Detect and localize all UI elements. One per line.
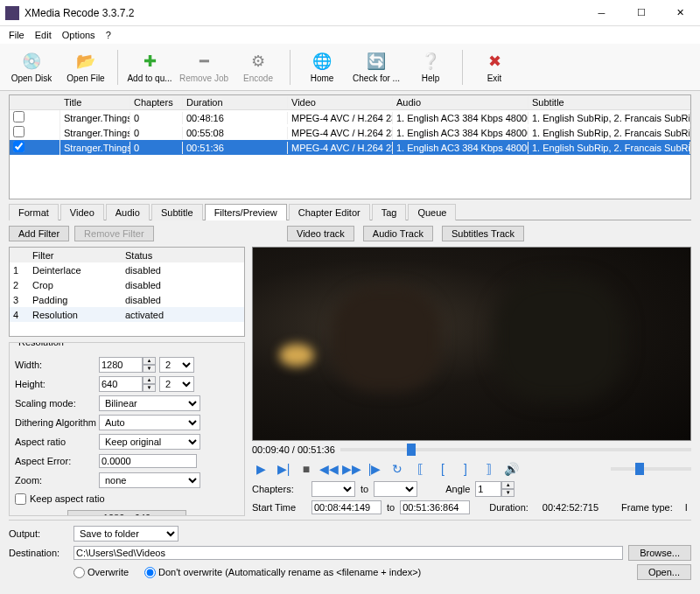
app-icon <box>5 6 19 20</box>
exit-icon: ✖ <box>484 51 505 72</box>
step-forward-button[interactable]: |▶ <box>366 460 383 478</box>
end-time-input[interactable] <box>400 500 470 514</box>
tab-chapter-editor[interactable]: Chapter Editor <box>289 204 370 220</box>
job-row[interactable]: Stranger.Things...000:48:16MPEG-4 AVC / … <box>10 110 690 125</box>
angle-input[interactable]: ▲▼ <box>475 481 514 497</box>
col-duration[interactable]: Duration <box>183 96 288 108</box>
browse-button[interactable]: Browse... <box>628 545 691 561</box>
globe-icon: 🌐 <box>312 51 332 72</box>
filter-table[interactable]: Filter Status 1Deinterlacedisabled2Cropd… <box>9 247 245 337</box>
window-titlebar: XMedia Recode 3.3.7.2 ─ ☐ ✕ <box>0 0 700 26</box>
help-button[interactable]: ❔Help <box>404 45 457 89</box>
job-row[interactable]: Stranger.Things...000:51:36MPEG-4 AVC / … <box>10 140 690 155</box>
encode-icon: ⚙ <box>248 51 269 72</box>
encode-button: ⚙Encode <box>232 45 284 89</box>
dimension-display: 1280 x 640 <box>67 510 186 517</box>
volume-button[interactable]: 🔊 <box>502 460 520 478</box>
job-grid[interactable]: Title Chapters Duration Video Audio Subt… <box>9 94 691 199</box>
tab-audio[interactable]: Audio <box>106 204 150 220</box>
video-track-button[interactable]: Video track <box>287 226 354 241</box>
mark-in2-button[interactable]: [ <box>434 460 452 478</box>
rewind-button[interactable]: ◀◀ <box>320 460 338 478</box>
tab-strip: FormatVideoAudioSubtitleFilters/PreviewC… <box>9 203 691 220</box>
tab-format[interactable]: Format <box>9 204 59 220</box>
remove-filter-button: Remove Filter <box>74 226 153 241</box>
height-step-select[interactable]: 2 <box>159 376 194 392</box>
menu-file[interactable]: File <box>4 28 30 42</box>
dont-overwrite-radio[interactable]: Don't overwrite (Automatically rename as… <box>144 567 421 578</box>
minimize-button[interactable]: ─ <box>582 0 621 25</box>
next-frame-button[interactable]: ▶| <box>275 460 292 478</box>
destination-input[interactable] <box>74 546 623 560</box>
menu-bar: File Edit Options ? <box>0 26 700 44</box>
filter-row[interactable]: 3Paddingdisabled <box>10 292 244 307</box>
chapter-to-select[interactable] <box>374 481 417 497</box>
open-file-button[interactable]: 📂Open File <box>60 45 112 89</box>
volume-slider[interactable] <box>611 467 691 471</box>
open-disk-button[interactable]: 💿Open Disk <box>5 45 58 89</box>
col-video[interactable]: Video <box>288 96 393 108</box>
filter-row[interactable]: 2Cropdisabled <box>10 277 244 292</box>
duration-value: 00:42:52:715 <box>542 502 598 513</box>
col-audio[interactable]: Audio <box>393 96 528 108</box>
menu-help[interactable]: ? <box>101 28 116 42</box>
col-chapters[interactable]: Chapters <box>130 96 183 108</box>
refresh-icon: 🔄 <box>366 51 387 72</box>
width-input[interactable]: ▲▼ <box>99 357 156 373</box>
scaling-select[interactable]: Bilinear <box>99 395 200 411</box>
tab-video[interactable]: Video <box>60 204 104 220</box>
overwrite-radio[interactable]: Overwrite <box>74 567 129 578</box>
job-row[interactable]: Stranger.Things...000:55:08MPEG-4 AVC / … <box>10 125 690 140</box>
folder-icon: 📂 <box>75 51 96 72</box>
window-title: XMedia Recode 3.3.7.2 <box>24 7 582 19</box>
tab-subtitle[interactable]: Subtitle <box>151 204 203 220</box>
aspect-select[interactable]: Keep original <box>99 434 200 450</box>
tab-filters-preview[interactable]: Filters/Preview <box>205 204 287 220</box>
exit-button[interactable]: ✖Exit <box>468 45 521 89</box>
height-input[interactable]: ▲▼ <box>99 376 156 392</box>
audio-track-button[interactable]: Audio Track <box>363 226 433 241</box>
plus-icon: ✚ <box>139 51 160 72</box>
maximize-button[interactable]: ☐ <box>621 0 661 25</box>
toolbar: 💿Open Disk 📂Open File ✚Add to qu... ━Rem… <box>0 44 700 91</box>
start-time-input[interactable] <box>312 500 382 514</box>
keep-aspect-checkbox[interactable] <box>15 493 26 505</box>
add-filter-button[interactable]: Add Filter <box>9 226 69 241</box>
video-preview[interactable] <box>252 247 691 441</box>
open-button[interactable]: Open... <box>637 564 691 580</box>
mark-out2-button[interactable]: ⟧ <box>480 460 497 478</box>
add-queue-button[interactable]: ✚Add to qu... <box>123 45 176 89</box>
tab-queue[interactable]: Queue <box>408 204 456 220</box>
col-title[interactable]: Title <box>60 96 130 108</box>
mark-in-button[interactable]: ⟦ <box>411 460 429 478</box>
forward-button[interactable]: ▶▶ <box>343 460 360 478</box>
resolution-group: Resolution Width:▲▼2 Height:▲▼2 Scaling … <box>9 342 245 517</box>
mark-out-button[interactable]: ] <box>457 460 474 478</box>
chapter-from-select[interactable] <box>312 481 355 497</box>
menu-edit[interactable]: Edit <box>30 28 57 42</box>
seek-slider[interactable] <box>340 448 691 451</box>
home-button[interactable]: 🌐Home <box>296 45 348 89</box>
remove-job-button: ━Remove Job <box>178 45 230 89</box>
minus-icon: ━ <box>193 51 214 72</box>
subtitles-track-button[interactable]: Subtitles Track <box>442 226 524 241</box>
help-icon: ❔ <box>420 51 441 72</box>
close-button[interactable]: ✕ <box>661 0 700 25</box>
time-display: 00:09:40 / 00:51:36 <box>252 444 335 455</box>
tab-tag[interactable]: Tag <box>372 204 407 220</box>
col-subtitle[interactable]: Subtitle <box>528 96 690 108</box>
filter-row[interactable]: 1Deinterlacedisabled <box>10 262 244 277</box>
menu-options[interactable]: Options <box>57 28 101 42</box>
aspect-error-input[interactable] <box>99 454 197 468</box>
disc-icon: 💿 <box>21 51 42 72</box>
frametype-value: I <box>685 502 688 513</box>
play-button[interactable]: ▶ <box>252 460 270 478</box>
filter-row[interactable]: 4Resolutionactivated <box>10 307 244 322</box>
zoom-select[interactable]: none <box>99 472 200 488</box>
stop-button[interactable]: ■ <box>298 460 315 478</box>
check-update-button[interactable]: 🔄Check for ... <box>350 45 402 89</box>
width-step-select[interactable]: 2 <box>159 357 194 373</box>
dither-select[interactable]: Auto <box>99 415 200 430</box>
loop-button[interactable]: ↻ <box>388 460 406 478</box>
output-select[interactable]: Save to folder <box>74 526 178 542</box>
